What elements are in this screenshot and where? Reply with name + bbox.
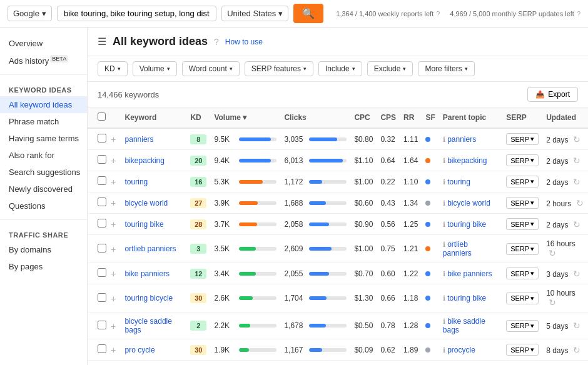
country-select[interactable]: United States ▾ [221, 6, 288, 21]
parent-topic-link[interactable]: bicycle world [447, 199, 490, 208]
parent-topic-link[interactable]: touring bike [447, 220, 486, 229]
serp-button[interactable]: SERP ▾ [506, 176, 539, 188]
row-add-icon[interactable]: + [111, 294, 116, 304]
sidebar-item-ads-history[interactable]: Ads historyBETA [0, 52, 87, 69]
sidebar-item-phrase-match[interactable]: Phrase match [0, 113, 87, 130]
row-add-icon[interactable]: + [111, 177, 116, 187]
serp-button[interactable]: SERP ▾ [506, 344, 539, 356]
row-checkbox[interactable] [98, 155, 106, 164]
keyword-link[interactable]: bike panniers [125, 269, 170, 278]
row-checkbox[interactable] [98, 244, 106, 252]
sidebar-item-all-keyword-ideas[interactable]: All keyword ideas [0, 96, 87, 113]
parent-topic-link[interactable]: touring bike [447, 294, 486, 302]
keyword-link[interactable]: touring bike [125, 220, 164, 229]
parent-topic-link[interactable]: procycle [447, 346, 475, 354]
sidebar-item-also-rank-for[interactable]: Also rank for [0, 147, 87, 164]
parent-topic-link[interactable]: bikepacking [447, 156, 487, 165]
row-checkbox[interactable] [98, 321, 106, 329]
refresh-icon[interactable]: ↻ [573, 321, 580, 331]
search-button[interactable]: 🔍 [293, 4, 323, 23]
parent-info-icon[interactable]: ℹ [443, 199, 445, 207]
row-checkbox[interactable] [98, 293, 106, 302]
hamburger-icon[interactable]: ☰ [98, 36, 106, 48]
row-add-icon[interactable]: + [111, 345, 116, 355]
more-filters-button[interactable]: More filters▾ [418, 61, 474, 76]
select-all-checkbox[interactable] [98, 112, 106, 121]
serp-button[interactable]: SERP ▾ [506, 320, 539, 332]
keyword-link[interactable]: touring [125, 178, 148, 186]
help-icon[interactable]: ? [214, 37, 219, 47]
parent-info-icon[interactable]: ℹ [443, 270, 445, 278]
keyword-link[interactable]: bicycle saddle bags [125, 317, 172, 334]
sidebar-item-newly-discovered[interactable]: Newly discovered [0, 181, 87, 198]
serp-button[interactable]: SERP ▾ [506, 197, 539, 209]
serp-button[interactable]: SERP ▾ [506, 292, 539, 304]
how-to-use-link[interactable]: How to use [225, 38, 263, 46]
sidebar-item-search-suggestions[interactable]: Search suggestions [0, 164, 87, 181]
refresh-icon[interactable]: ↻ [576, 198, 584, 208]
exclude-filter-button[interactable]: Exclude▾ [367, 61, 413, 76]
sidebar-item-overview[interactable]: Overview [0, 35, 87, 52]
parent-info-icon[interactable]: ℹ [443, 221, 445, 228]
row-checkbox[interactable] [98, 198, 106, 206]
col-volume[interactable]: Volume ▾ [210, 108, 280, 128]
row-checkbox[interactable] [98, 134, 106, 142]
keyword-link[interactable]: ortlieb panniers [125, 244, 176, 253]
sidebar-item-having-same-terms[interactable]: Having same terms [0, 130, 87, 147]
refresh-icon[interactable]: ↻ [573, 177, 580, 187]
refresh-icon[interactable]: ↻ [573, 219, 580, 229]
export-button[interactable]: 📤 Export [527, 87, 578, 102]
refresh-icon[interactable]: ↻ [573, 156, 580, 166]
refresh-icon[interactable]: ↻ [573, 345, 580, 355]
refresh-icon[interactable]: ↻ [573, 269, 580, 279]
parent-info-icon[interactable]: ℹ [443, 157, 445, 164]
parent-info-icon[interactable]: ℹ [443, 136, 445, 143]
sidebar-item-by-domains[interactable]: By domains [0, 241, 87, 258]
row-checkbox[interactable] [98, 219, 106, 228]
volume-filter-button[interactable]: Volume▾ [133, 61, 177, 76]
sidebar-item-by-pages[interactable]: By pages [0, 258, 87, 275]
refresh-icon[interactable]: ↻ [549, 248, 556, 258]
parent-topic-link[interactable]: touring [447, 178, 470, 186]
parent-info-icon[interactable]: ℹ [443, 294, 445, 302]
keyword-link[interactable]: bicycle world [125, 199, 168, 208]
serp-button[interactable]: SERP ▾ [506, 218, 539, 230]
weekly-credits-info-icon[interactable]: ? [436, 10, 440, 18]
row-add-icon[interactable]: + [111, 219, 116, 229]
row-checkbox[interactable] [98, 344, 106, 353]
kd-filter-button[interactable]: KD▾ [98, 61, 128, 76]
serp-button[interactable]: SERP ▾ [506, 133, 539, 145]
parent-info-icon[interactable]: ℹ [443, 241, 445, 248]
keywords-input[interactable] [57, 6, 216, 21]
word-count-filter-button[interactable]: Word count▾ [182, 61, 240, 76]
keyword-link[interactable]: pro cycle [125, 346, 155, 354]
parent-topic-link[interactable]: bike panniers [447, 269, 492, 278]
parent-info-icon[interactable]: ℹ [443, 318, 445, 325]
parent-topic-link[interactable]: panniers [447, 135, 476, 144]
refresh-icon[interactable]: ↻ [549, 298, 556, 308]
parent-info-icon[interactable]: ℹ [443, 178, 445, 186]
keyword-link[interactable]: touring bicycle [125, 294, 173, 302]
row-add-icon[interactable]: + [111, 269, 116, 279]
serp-button[interactable]: SERP ▾ [506, 154, 539, 166]
engine-select[interactable]: Google ▾ [8, 6, 52, 21]
parent-topic-link[interactable]: bike saddle bags [443, 317, 485, 334]
include-filter-button[interactable]: Include▾ [318, 61, 362, 76]
monthly-credits-info-icon[interactable]: ? [577, 10, 580, 18]
refresh-icon[interactable]: ↻ [573, 134, 580, 144]
keyword-link[interactable]: bikepacking [125, 156, 165, 165]
row-add-icon[interactable]: + [111, 198, 116, 208]
row-add-icon[interactable]: + [111, 244, 116, 254]
row-add-icon[interactable]: + [111, 321, 116, 331]
serp-button[interactable]: SERP ▾ [506, 243, 539, 255]
row-checkbox[interactable] [98, 176, 106, 185]
row-add-icon[interactable]: + [111, 134, 116, 144]
parent-info-icon[interactable]: ℹ [443, 346, 445, 354]
parent-topic-link[interactable]: ortlieb panniers [443, 240, 472, 258]
serp-button[interactable]: SERP ▾ [506, 268, 539, 279]
sidebar-item-questions[interactable]: Questions [0, 198, 87, 214]
row-checkbox[interactable] [98, 268, 106, 277]
row-add-icon[interactable]: + [111, 156, 116, 166]
keyword-link[interactable]: panniers [125, 135, 154, 144]
serp-features-filter-button[interactable]: SERP features▾ [245, 61, 313, 76]
